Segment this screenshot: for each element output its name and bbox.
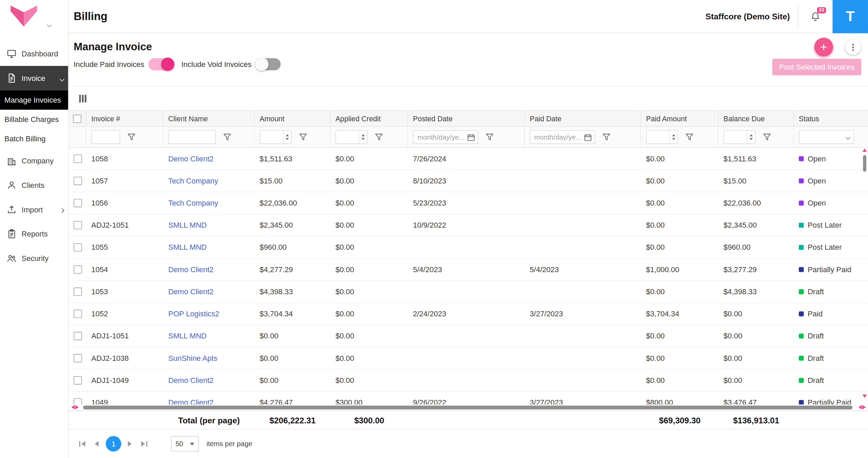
calendar-icon[interactable] — [467, 133, 475, 141]
paid-date-cell — [525, 214, 641, 236]
row-checkbox[interactable] — [73, 265, 81, 274]
pager-current-page[interactable]: 1 — [106, 436, 121, 452]
column-header-posted-date[interactable]: Posted Date — [408, 111, 525, 126]
pager-first-button[interactable] — [79, 441, 85, 446]
client-link[interactable]: Demo Client2 — [168, 287, 214, 296]
row-checkbox[interactable] — [73, 376, 81, 384]
calendar-icon[interactable] — [584, 133, 592, 141]
include-void-toggle[interactable] — [255, 58, 281, 70]
filter-funnel-button[interactable] — [763, 133, 771, 141]
client-name-filter-input[interactable] — [168, 130, 216, 144]
client-link[interactable]: SunShine Apts — [168, 354, 217, 362]
amount-cell: $22,036.00 — [255, 192, 330, 214]
client-link[interactable]: Demo Client2 — [168, 155, 214, 163]
amount-filter-input[interactable] — [260, 130, 292, 144]
row-checkbox[interactable] — [73, 354, 81, 362]
sidebar-item-company[interactable]: Company — [0, 148, 68, 173]
client-link[interactable]: SMLL MND — [168, 221, 207, 229]
status-filter-select[interactable] — [799, 130, 854, 144]
column-chooser-button[interactable] — [79, 94, 86, 102]
balance-due-filter-input[interactable] — [723, 130, 756, 144]
row-checkbox[interactable] — [73, 177, 81, 185]
spinner-icon[interactable] — [283, 131, 291, 144]
filter-funnel-button[interactable] — [375, 133, 383, 141]
filter-funnel-button[interactable] — [602, 133, 610, 141]
column-header-status[interactable]: Status — [794, 111, 868, 126]
numeric-input[interactable] — [647, 131, 669, 144]
row-checkbox[interactable] — [73, 398, 81, 404]
row-checkbox[interactable] — [73, 332, 81, 340]
paid-date-filter-input[interactable] — [533, 133, 583, 142]
sidebar-item-label: Clients — [22, 181, 44, 189]
include-paid-toggle[interactable] — [148, 58, 173, 70]
add-invoice-button[interactable]: + — [814, 38, 833, 56]
filter-funnel-button[interactable] — [685, 133, 694, 141]
sidebar-item-invoice[interactable]: Invoice — [0, 66, 68, 90]
notifications-button[interactable]: 33 — [798, 11, 832, 22]
row-checkbox[interactable] — [73, 310, 81, 318]
sidebar-item-billable-charges[interactable]: Billable Charges — [0, 110, 68, 129]
filter-funnel-button[interactable] — [485, 133, 494, 141]
toggle-knob — [161, 58, 174, 71]
row-checkbox[interactable] — [73, 287, 81, 296]
column-header-paid-date[interactable]: Paid Date — [525, 111, 641, 126]
invoice-filter-input[interactable] — [91, 130, 120, 144]
column-header-paid-amount[interactable]: Paid Amount — [641, 111, 718, 126]
horizontal-scrollbar-thumb[interactable] — [83, 406, 853, 409]
client-link[interactable]: Demo Client2 — [168, 398, 214, 404]
paid-date-filter[interactable] — [530, 130, 595, 144]
vertical-scrollbar-thumb[interactable] — [863, 155, 866, 172]
select-all-checkbox[interactable] — [73, 114, 81, 123]
sidebar-item-reports[interactable]: Reports — [0, 222, 68, 246]
pager-prev-button[interactable] — [95, 441, 98, 446]
filter-funnel-button[interactable] — [223, 133, 231, 141]
page-size-select[interactable]: 50 — [171, 436, 199, 452]
more-options-button[interactable]: ⋮ — [845, 39, 861, 55]
numeric-input[interactable] — [724, 131, 747, 144]
spinner-icon[interactable] — [359, 131, 367, 144]
spinner-icon[interactable] — [747, 131, 755, 144]
row-checkbox[interactable] — [73, 155, 81, 163]
sidebar-item-batch-billing[interactable]: Batch Billing — [0, 129, 68, 148]
posted-date-filter[interactable] — [413, 130, 478, 144]
sidebar-item-manage-invoices[interactable]: Manage Invoices — [0, 90, 68, 110]
client-link[interactable]: Demo Client2 — [168, 376, 214, 384]
sidebar-item-label: Billable Charges — [4, 115, 59, 123]
app-logo-icon[interactable] — [9, 4, 39, 28]
sidebar-item-dashboard[interactable]: Dashboard — [0, 41, 68, 66]
horizontal-scrollbar[interactable] — [69, 404, 868, 410]
client-link[interactable]: POP Logistics2 — [168, 310, 219, 318]
column-header-balance-due[interactable]: Balance Due — [719, 111, 794, 126]
logo-chevron-down-icon[interactable] — [48, 19, 51, 29]
client-link[interactable]: SMLL MND — [168, 243, 207, 251]
applied-credit-filter-input[interactable] — [335, 130, 368, 144]
numeric-input[interactable] — [336, 131, 359, 144]
pager-next-button[interactable] — [128, 441, 132, 446]
posted-date-filter-input[interactable] — [416, 133, 466, 142]
sidebar-item-import[interactable]: Import — [0, 197, 68, 222]
filter-funnel-button[interactable] — [127, 133, 135, 141]
paid-date-cell — [525, 148, 641, 170]
client-link[interactable]: SMLL MND — [168, 332, 207, 340]
paid-amount-filter-input[interactable] — [646, 130, 678, 144]
amount-cell: $1,511.63 — [255, 148, 330, 170]
filter-funnel-button[interactable] — [299, 133, 307, 141]
pager-last-button[interactable] — [141, 441, 147, 446]
sidebar-item-clients[interactable]: Clients — [0, 173, 68, 197]
client-link[interactable]: Demo Client2 — [168, 265, 214, 274]
post-selected-invoices-button[interactable]: Post Selected Invoices — [773, 59, 862, 75]
paid-date-cell — [525, 325, 641, 347]
row-checkbox[interactable] — [73, 199, 81, 207]
row-checkbox[interactable] — [73, 243, 81, 251]
row-checkbox[interactable] — [73, 221, 81, 229]
user-avatar[interactable]: T — [833, 0, 868, 33]
client-link[interactable]: Tech Company — [168, 199, 218, 207]
column-header-client-name[interactable]: Client Name — [163, 111, 255, 126]
client-link[interactable]: Tech Company — [168, 177, 218, 185]
column-header-applied-credit[interactable]: Applied Credit — [331, 111, 408, 126]
column-header-amount[interactable]: Amount — [255, 111, 330, 126]
column-header-invoice[interactable]: Invoice # — [86, 111, 163, 126]
numeric-input[interactable] — [260, 131, 283, 144]
spinner-icon[interactable] — [669, 131, 678, 144]
sidebar-item-security[interactable]: Security — [0, 246, 68, 270]
